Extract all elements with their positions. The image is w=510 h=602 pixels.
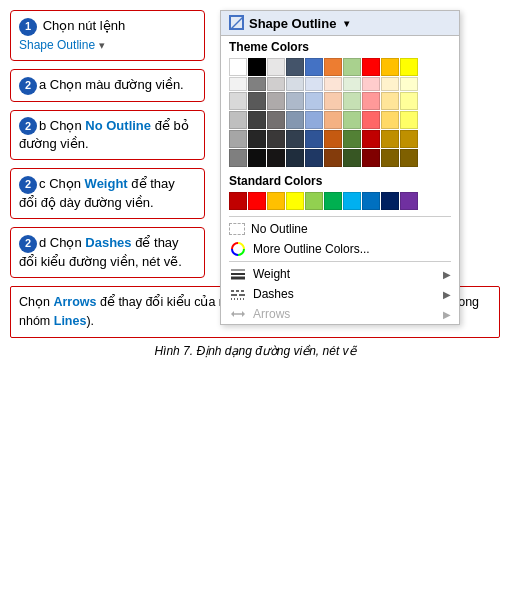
theme-swatch[interactable] <box>400 111 418 129</box>
theme-swatch[interactable] <box>324 111 342 129</box>
theme-swatch[interactable] <box>267 92 285 110</box>
weight-item[interactable]: Weight ▶ <box>221 264 459 284</box>
theme-swatch[interactable] <box>400 58 418 76</box>
standard-swatch[interactable] <box>400 192 418 210</box>
theme-swatch[interactable] <box>343 111 361 129</box>
theme-swatch[interactable] <box>400 77 418 91</box>
more-colors-icon <box>229 242 247 256</box>
theme-swatch[interactable] <box>343 149 361 167</box>
standard-swatch[interactable] <box>343 192 361 210</box>
theme-swatch[interactable] <box>267 149 285 167</box>
theme-swatch[interactable] <box>229 111 247 129</box>
step2a-sub: a <box>39 77 50 92</box>
theme-swatch[interactable] <box>267 111 285 129</box>
more-colors-item[interactable]: More Outline Colors... <box>221 239 459 259</box>
theme-swatch[interactable] <box>305 149 323 167</box>
theme-swatch[interactable] <box>381 92 399 110</box>
theme-swatch[interactable] <box>229 92 247 110</box>
standard-swatch[interactable] <box>248 192 266 210</box>
theme-swatch[interactable] <box>324 58 342 76</box>
standard-swatch[interactable] <box>362 192 380 210</box>
panel-wrapper: 1 Chọn nút lệnh Shape Outline ▾ 2a Chọn … <box>10 10 500 338</box>
standard-swatch[interactable] <box>229 192 247 210</box>
theme-swatch[interactable] <box>286 111 304 129</box>
theme-swatch[interactable] <box>400 92 418 110</box>
dashes-item[interactable]: Dashes ▶ <box>221 284 459 304</box>
theme-swatch[interactable] <box>305 58 323 76</box>
theme-swatch[interactable] <box>229 77 247 91</box>
theme-swatch[interactable] <box>343 77 361 91</box>
theme-swatch[interactable] <box>229 130 247 148</box>
theme-swatch[interactable] <box>305 130 323 148</box>
theme-swatch[interactable] <box>286 58 304 76</box>
theme-swatch[interactable] <box>400 130 418 148</box>
theme-swatch[interactable] <box>286 149 304 167</box>
standard-swatch[interactable] <box>305 192 323 210</box>
standard-swatch[interactable] <box>267 192 285 210</box>
step2d-text1: Chọn <box>50 235 85 250</box>
theme-swatch[interactable] <box>305 92 323 110</box>
theme-swatch[interactable] <box>324 149 342 167</box>
theme-swatch[interactable] <box>267 77 285 91</box>
theme-swatch[interactable] <box>248 130 266 148</box>
theme-swatch[interactable] <box>286 77 304 91</box>
theme-swatch[interactable] <box>381 77 399 91</box>
arrows-item[interactable]: Arrows ▶ <box>221 304 459 324</box>
standard-swatch[interactable] <box>286 192 304 210</box>
bottom-note-text1: Chọn <box>19 295 53 309</box>
step2a-text: Chọn màu đường viền. <box>50 77 184 92</box>
step1-arrow: ▾ <box>99 39 105 51</box>
bottom-note-text3: ). <box>86 314 94 328</box>
theme-swatch[interactable] <box>286 92 304 110</box>
step2c-num: 2 <box>19 176 37 194</box>
dashes-arrow: ▶ <box>443 289 451 300</box>
dropdown-header[interactable]: Shape Outline ▾ <box>221 11 459 36</box>
theme-swatch[interactable] <box>343 130 361 148</box>
theme-swatch[interactable] <box>267 58 285 76</box>
theme-swatch[interactable] <box>305 77 323 91</box>
theme-swatch[interactable] <box>362 130 380 148</box>
standard-swatch[interactable] <box>381 192 399 210</box>
theme-swatch[interactable] <box>305 111 323 129</box>
svg-line-1 <box>231 17 243 29</box>
theme-swatch[interactable] <box>381 130 399 148</box>
theme-swatch[interactable] <box>229 149 247 167</box>
no-outline-item[interactable]: No Outline <box>221 219 459 239</box>
theme-swatch[interactable] <box>400 149 418 167</box>
arrows-arrow: ▶ <box>443 309 451 320</box>
theme-swatch[interactable] <box>324 77 342 91</box>
step2a-box: 2a Chọn màu đường viền. <box>10 69 205 102</box>
step2b-sub: b <box>39 118 50 133</box>
shape-outline-icon <box>229 15 245 31</box>
theme-swatch[interactable] <box>343 58 361 76</box>
theme-swatch[interactable] <box>362 149 380 167</box>
theme-swatch[interactable] <box>248 92 266 110</box>
theme-swatch[interactable] <box>248 111 266 129</box>
theme-swatch[interactable] <box>267 130 285 148</box>
weight-arrow: ▶ <box>443 269 451 280</box>
theme-swatch[interactable] <box>362 77 380 91</box>
theme-swatch[interactable] <box>286 130 304 148</box>
step2b-box: 2b Chọn No Outline để bỏ đường viền. <box>10 110 205 161</box>
theme-swatch[interactable] <box>229 58 247 76</box>
theme-swatch[interactable] <box>362 92 380 110</box>
theme-row-1 <box>229 58 451 76</box>
theme-swatch[interactable] <box>343 92 361 110</box>
theme-swatch[interactable] <box>324 130 342 148</box>
standard-row <box>221 190 459 214</box>
theme-swatch[interactable] <box>381 149 399 167</box>
theme-swatch[interactable] <box>324 92 342 110</box>
theme-swatch[interactable] <box>248 149 266 167</box>
theme-swatch[interactable] <box>381 111 399 129</box>
arrows-icon <box>229 307 247 321</box>
theme-swatch[interactable] <box>381 58 399 76</box>
step2c-box: 2c Chọn Weight để thay đổi độ dày đường … <box>10 168 205 219</box>
theme-swatch[interactable] <box>248 58 266 76</box>
theme-swatch[interactable] <box>248 77 266 91</box>
theme-swatch[interactable] <box>362 111 380 129</box>
theme-swatch[interactable] <box>362 58 380 76</box>
standard-swatch[interactable] <box>324 192 342 210</box>
theme-rows-container <box>229 77 451 167</box>
theme-sub-row <box>229 149 451 167</box>
step2d-box: 2d Chọn Dashes để thay đổi kiểu đường vi… <box>10 227 205 278</box>
